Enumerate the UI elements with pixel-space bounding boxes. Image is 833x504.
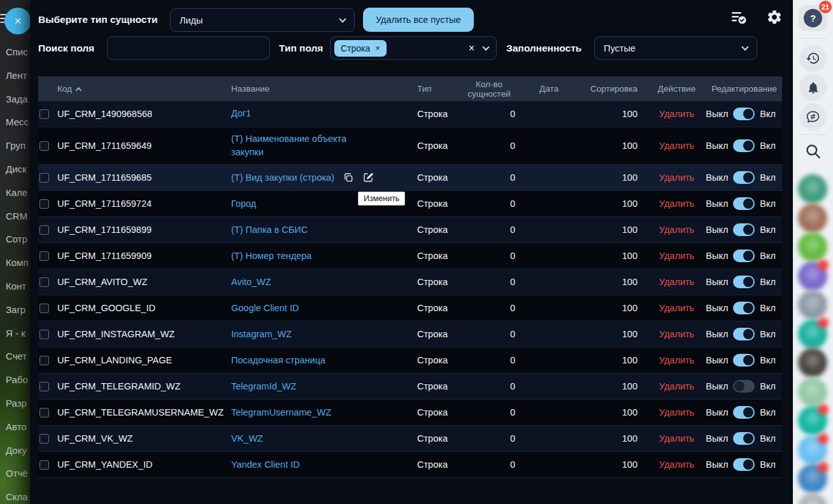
gear-icon[interactable]	[766, 9, 783, 25]
delete-link[interactable]: Удалить	[659, 303, 694, 313]
row-checkbox[interactable]	[39, 251, 49, 261]
row-checkbox[interactable]	[39, 225, 49, 235]
delete-link[interactable]: Удалить	[659, 329, 694, 339]
row-checkbox[interactable]	[39, 408, 49, 417]
multiselect-clear-icon[interactable]: ×	[469, 43, 483, 54]
header-name[interactable]: Название	[223, 79, 402, 99]
sidebar-item-18[interactable]: Отчё	[0, 462, 30, 486]
row-checkbox[interactable]	[39, 141, 49, 151]
delete-link[interactable]: Удалить	[659, 381, 694, 391]
edit-toggle[interactable]	[733, 406, 755, 419]
edit-toggle[interactable]	[733, 432, 755, 445]
close-slider-button[interactable]: ×	[4, 8, 31, 34]
delete-link[interactable]: Удалить	[659, 141, 694, 151]
field-name-link[interactable]: TelegramUsername_WZ	[231, 406, 331, 419]
delete-link[interactable]: Удалить	[659, 277, 694, 287]
header-code[interactable]: Код	[53, 84, 223, 94]
tag-remove-icon[interactable]: ×	[375, 43, 380, 53]
row-checkbox[interactable]	[39, 109, 49, 119]
field-name-link[interactable]: TelegramId_WZ	[231, 380, 296, 393]
field-name-link[interactable]: Посадочная страница	[231, 354, 325, 367]
field-name-link[interactable]: VK_WZ	[231, 432, 263, 445]
chat-avatar[interactable]	[798, 435, 827, 465]
delete-link[interactable]: Удалить	[659, 109, 694, 119]
sidebar-item-9[interactable]: Комп	[0, 251, 30, 275]
header-count[interactable]: Кол-восущностей	[463, 80, 533, 99]
delete-link[interactable]: Удалить	[659, 407, 694, 417]
chat-avatar[interactable]	[798, 232, 827, 262]
fill-select[interactable]: Пустые	[594, 36, 757, 60]
sidebar-item-15[interactable]: Разр	[0, 392, 30, 416]
row-checkbox[interactable]	[39, 460, 49, 470]
delete-link[interactable]: Удалить	[659, 199, 694, 209]
entity-type-select[interactable]: Лиды	[170, 8, 355, 32]
field-name-link[interactable]: (Т) Папка в СБИС	[231, 223, 308, 237]
chat-avatar[interactable]	[798, 319, 827, 349]
header-type[interactable]: Тип	[402, 84, 463, 94]
row-checkbox[interactable]	[39, 304, 49, 313]
delete-link[interactable]: Удалить	[659, 355, 694, 365]
field-search-input[interactable]	[107, 36, 270, 60]
field-name-link[interactable]: Avito_WZ	[231, 276, 271, 289]
delete-link[interactable]: Удалить	[659, 172, 694, 183]
copy-icon[interactable]	[343, 172, 354, 183]
sidebar-item-16[interactable]: Авто	[0, 416, 30, 439]
edit-toggle[interactable]	[733, 354, 755, 367]
field-type-multiselect[interactable]: Строка × ×	[330, 36, 497, 60]
edit-toggle[interactable]	[733, 108, 755, 120]
row-checkbox[interactable]	[39, 382, 49, 391]
field-name-link[interactable]: (Т) Наименование объекта закупки	[231, 132, 355, 159]
messenger-button[interactable]	[799, 103, 827, 130]
sidebar-item-13[interactable]: Счет	[0, 345, 30, 368]
edit-toggle[interactable]	[733, 302, 755, 314]
field-name-link[interactable]: (Т) Вид закупки (строка)	[231, 171, 334, 185]
delete-link[interactable]: Удалить	[659, 251, 694, 261]
sidebar-item-17[interactable]: Доку	[0, 439, 30, 463]
edit-toggle[interactable]	[733, 328, 755, 340]
delete-link[interactable]: Удалить	[659, 225, 694, 235]
sidebar-item-1[interactable]: Лент	[0, 64, 30, 88]
header-date[interactable]: Дата	[533, 84, 565, 94]
field-name-link[interactable]: Город	[231, 197, 256, 211]
field-name-link[interactable]: (Т) Номер тендера	[231, 249, 311, 263]
row-checkbox[interactable]	[39, 330, 49, 339]
filter-done-icon[interactable]	[730, 9, 747, 25]
help-button[interactable]: ? 21	[799, 5, 827, 31]
delete-link[interactable]: Удалить	[659, 433, 694, 444]
row-checkbox[interactable]	[39, 434, 49, 444]
chat-avatar[interactable]	[798, 348, 827, 377]
header-sort[interactable]: Сортировка	[565, 84, 640, 94]
row-checkbox[interactable]	[39, 173, 49, 183]
edit-toggle[interactable]	[733, 249, 755, 262]
edit-toggle[interactable]	[733, 276, 755, 288]
chat-avatar[interactable]	[798, 406, 827, 435]
sidebar-item-4[interactable]: Груп	[0, 134, 30, 158]
row-checkbox[interactable]	[39, 277, 49, 287]
field-name-link[interactable]: Yandex Client ID	[231, 458, 300, 472]
edit-toggle[interactable]	[733, 380, 755, 393]
chat-avatar[interactable]	[798, 493, 827, 504]
sidebar-item-3[interactable]: Месс	[0, 111, 30, 134]
sidebar-item-7[interactable]: CRM	[0, 205, 30, 228]
edit-toggle[interactable]	[733, 171, 755, 184]
row-checkbox[interactable]	[39, 199, 49, 209]
chat-avatar[interactable]	[798, 204, 827, 233]
chat-avatar[interactable]	[798, 262, 827, 291]
delete-link[interactable]: Удалить	[659, 459, 694, 470]
chat-avatar[interactable]	[798, 290, 827, 319]
notifications-button[interactable]	[799, 74, 827, 101]
sidebar-item-12[interactable]: Я - к	[0, 322, 30, 346]
history-button[interactable]	[799, 45, 827, 72]
sidebar-item-11[interactable]: Загр	[0, 298, 30, 322]
sidebar-item-19[interactable]: Скла	[0, 486, 30, 504]
edit-icon[interactable]	[362, 172, 374, 183]
chat-avatar[interactable]	[798, 377, 827, 407]
search-icon[interactable]	[804, 143, 822, 160]
sidebar-item-5[interactable]: Диск	[0, 158, 30, 181]
sidebar-item-6[interactable]: Кале	[0, 181, 30, 205]
edit-toggle[interactable]	[733, 458, 755, 471]
field-name-link[interactable]: Google Client ID	[231, 302, 299, 315]
delete-all-empty-button[interactable]: Удалить все пустые	[363, 8, 474, 32]
chat-avatar[interactable]	[798, 174, 827, 204]
sidebar-item-2[interactable]: Зада	[0, 88, 30, 111]
